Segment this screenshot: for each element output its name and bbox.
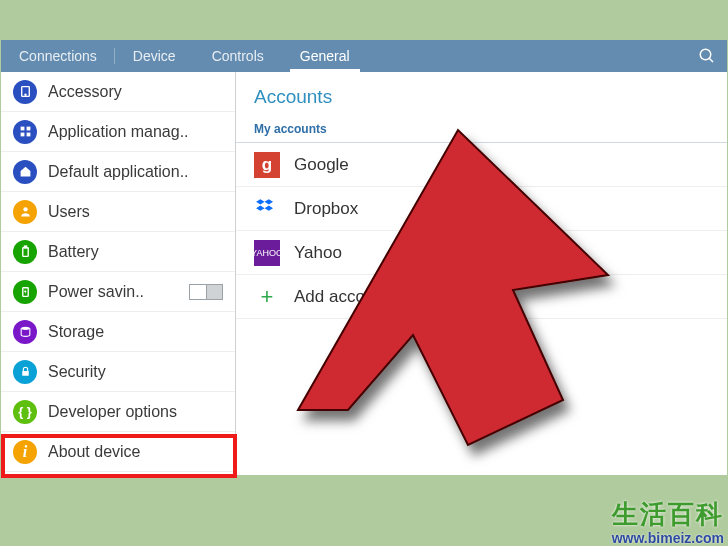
tab-label: Connections <box>19 48 97 64</box>
sidebar-item-users[interactable]: Users <box>1 192 235 232</box>
sidebar-item-accessory[interactable]: Accessory <box>1 72 235 112</box>
content-area: Accessory Application manag.. Default ap… <box>1 72 727 475</box>
account-label: Yahoo <box>294 243 342 263</box>
account-label: Dropbox <box>294 199 358 219</box>
storage-icon <box>13 320 37 344</box>
sidebar-item-default-application[interactable]: Default application.. <box>1 152 235 192</box>
account-label: Add account <box>294 287 389 307</box>
sidebar-item-label: Battery <box>48 243 99 261</box>
tab-label: Controls <box>212 48 264 64</box>
sidebar-item-label: Application manag.. <box>48 123 189 141</box>
sidebar-item-label: Security <box>48 363 106 381</box>
main-panel: Accounts My accounts g Google Dropbox YA… <box>236 72 727 475</box>
svg-point-3 <box>24 94 25 95</box>
account-item-add[interactable]: + Add account <box>236 275 727 319</box>
sidebar-item-label: Users <box>48 203 90 221</box>
tab-connections[interactable]: Connections <box>1 40 115 72</box>
sidebar-item-label: Power savin.. <box>48 283 144 301</box>
sidebar-item-application-manager[interactable]: Application manag.. <box>1 112 235 152</box>
sidebar-item-developer-options[interactable]: { } Developer options <box>1 392 235 432</box>
watermark: 生活百科 www.bimeiz.com <box>612 497 724 546</box>
watermark-url: www.bimeiz.com <box>612 530 724 546</box>
watermark-title: 生活百科 <box>612 497 724 532</box>
power-saving-toggle[interactable] <box>189 284 223 300</box>
sidebar-item-label: Accessory <box>48 83 122 101</box>
user-icon <box>13 200 37 224</box>
svg-rect-10 <box>24 246 26 248</box>
svg-point-8 <box>23 207 27 211</box>
tab-device[interactable]: Device <box>115 40 194 72</box>
sidebar-item-label: Default application.. <box>48 163 189 181</box>
svg-line-1 <box>709 58 713 62</box>
plus-icon: + <box>254 284 280 310</box>
svg-point-12 <box>21 327 30 330</box>
grid-icon <box>13 120 37 144</box>
home-icon <box>13 160 37 184</box>
code-braces-icon: { } <box>13 400 37 424</box>
sidebar: Accessory Application manag.. Default ap… <box>1 72 236 475</box>
yahoo-icon: YAHOO <box>254 240 280 266</box>
page-title: Accounts <box>254 86 709 108</box>
svg-rect-9 <box>22 248 27 257</box>
tab-controls[interactable]: Controls <box>194 40 282 72</box>
lock-icon <box>13 360 37 384</box>
info-icon: i <box>13 440 37 464</box>
svg-point-0 <box>700 49 711 60</box>
sidebar-item-security[interactable]: Security <box>1 352 235 392</box>
sidebar-item-about-device[interactable]: i About device <box>1 432 235 472</box>
account-item-yahoo[interactable]: YAHOO Yahoo <box>236 231 727 275</box>
svg-rect-13 <box>22 371 29 376</box>
svg-rect-4 <box>20 127 24 131</box>
section-my-accounts: My accounts <box>236 122 727 143</box>
settings-window: Connections Device Controls General Acce… <box>1 40 727 475</box>
sidebar-item-power-saving[interactable]: Power savin.. <box>1 272 235 312</box>
account-item-google[interactable]: g Google <box>236 143 727 187</box>
power-saving-icon <box>13 280 37 304</box>
sidebar-item-label: Developer options <box>48 403 177 421</box>
dropbox-icon <box>254 196 280 222</box>
tab-general[interactable]: General <box>282 40 368 72</box>
svg-rect-7 <box>26 133 30 137</box>
sidebar-item-label: About device <box>48 443 141 461</box>
sidebar-item-storage[interactable]: Storage <box>1 312 235 352</box>
search-button[interactable] <box>687 47 727 65</box>
account-label: Google <box>294 155 349 175</box>
svg-rect-5 <box>26 127 30 131</box>
tab-bar: Connections Device Controls General <box>1 40 727 72</box>
search-icon <box>698 47 716 65</box>
account-item-dropbox[interactable]: Dropbox <box>236 187 727 231</box>
tablet-icon <box>13 80 37 104</box>
tab-label: Device <box>133 48 176 64</box>
sidebar-item-label: Storage <box>48 323 104 341</box>
battery-icon <box>13 240 37 264</box>
tab-label: General <box>300 48 350 64</box>
svg-rect-6 <box>20 133 24 137</box>
sidebar-item-battery[interactable]: Battery <box>1 232 235 272</box>
google-icon: g <box>254 152 280 178</box>
